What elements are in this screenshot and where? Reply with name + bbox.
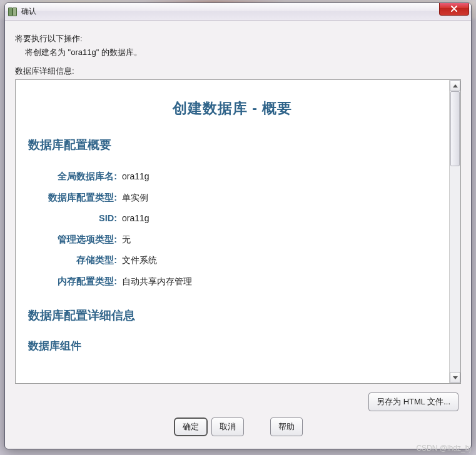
cancel-button[interactable]: 取消	[211, 418, 244, 436]
row-key: 内存配置类型:	[32, 273, 119, 291]
detail-heading: 数据库配置详细信息	[28, 308, 437, 324]
row-val: 自动共享内存管理	[119, 273, 192, 290]
save-row: 另存为 HTML 文件...	[15, 384, 461, 415]
table-row: 全局数据库名: ora11g	[32, 168, 437, 186]
components-heading: 数据库组件	[28, 339, 437, 353]
save-html-button[interactable]: 另存为 HTML 文件...	[368, 392, 458, 411]
ok-button[interactable]: 确定	[174, 418, 208, 436]
window-title: 确认	[21, 6, 36, 17]
summary-frame: 创建数据库 - 概要 数据库配置概要 全局数据库名: ora11g 数据库配置类…	[15, 79, 461, 384]
config-table: 全局数据库名: ora11g 数据库配置类型: 单实例 SID: ora11g …	[32, 168, 437, 290]
scroll-thumb[interactable]	[450, 91, 460, 166]
table-row: SID: ora11g	[32, 210, 437, 228]
arrow-up-icon	[453, 84, 458, 88]
close-icon	[450, 6, 458, 12]
scroll-down-button[interactable]	[450, 372, 460, 383]
row-key: 管理选项类型:	[32, 231, 119, 249]
config-heading: 数据库配置概要	[28, 137, 437, 153]
summary-title: 创建数据库 - 概要	[28, 99, 437, 118]
intro-line1: 将要执行以下操作:	[15, 32, 461, 46]
row-key: 全局数据库名:	[32, 168, 119, 186]
table-row: 存储类型: 文件系统	[32, 252, 437, 269]
detail-label: 数据库详细信息:	[15, 66, 461, 77]
summary-content: 创建数据库 - 概要 数据库配置概要 全局数据库名: ora11g 数据库配置类…	[16, 80, 449, 383]
row-val: 无	[119, 231, 131, 248]
app-icon	[8, 7, 18, 17]
table-row: 数据库配置类型: 单实例	[32, 189, 437, 207]
row-key: 数据库配置类型:	[32, 189, 119, 207]
table-row: 管理选项类型: 无	[32, 231, 437, 249]
table-row: 内存配置类型: 自动共享内存管理	[32, 273, 437, 291]
close-button[interactable]	[439, 2, 469, 16]
scrollbar[interactable]	[449, 80, 460, 383]
intro-line2: 将创建名为 "ora11g" 的数据库。	[15, 46, 461, 59]
row-val: ora11g	[119, 168, 149, 185]
confirm-dialog: 确认 将要执行以下操作: 将创建名为 "ora11g" 的数据库。 数据库详细信…	[4, 2, 472, 449]
scroll-track[interactable]	[450, 91, 460, 372]
row-key: 存储类型:	[32, 252, 119, 269]
titlebar[interactable]: 确认	[5, 3, 471, 21]
row-val: 单实例	[119, 189, 148, 206]
button-row: 确定 取消 帮助	[15, 415, 461, 442]
dialog-body: 将要执行以下操作: 将创建名为 "ora11g" 的数据库。 数据库详细信息: …	[5, 21, 471, 449]
row-val: 文件系统	[119, 252, 157, 269]
watermark: CSDN @lhdz_bj	[416, 444, 471, 452]
row-val: ora11g	[119, 210, 149, 227]
help-button[interactable]: 帮助	[270, 418, 303, 436]
scroll-up-button[interactable]	[450, 80, 460, 91]
arrow-down-icon	[453, 376, 458, 379]
row-key: SID:	[32, 210, 119, 228]
